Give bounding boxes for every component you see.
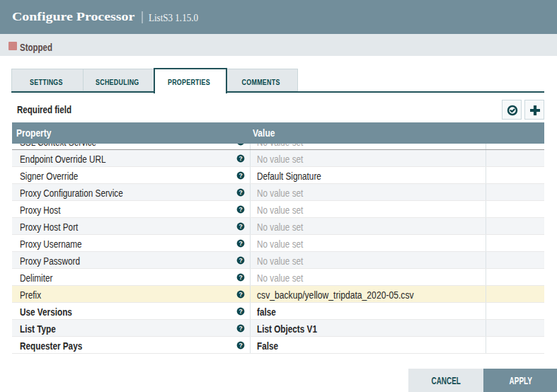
svg-text:?: ?	[239, 240, 242, 247]
svg-text:?: ?	[239, 342, 242, 349]
svg-text:?: ?	[239, 144, 242, 145]
svg-text:?: ?	[239, 325, 242, 332]
svg-text:?: ?	[239, 155, 242, 162]
svg-text:?: ?	[239, 274, 242, 281]
svg-text:?: ?	[239, 189, 242, 196]
svg-text:?: ?	[239, 172, 242, 179]
svg-text:?: ?	[239, 308, 242, 315]
svg-text:?: ?	[239, 206, 242, 213]
svg-text:?: ?	[239, 291, 242, 298]
svg-text:?: ?	[239, 257, 242, 264]
svg-text:?: ?	[239, 223, 242, 230]
